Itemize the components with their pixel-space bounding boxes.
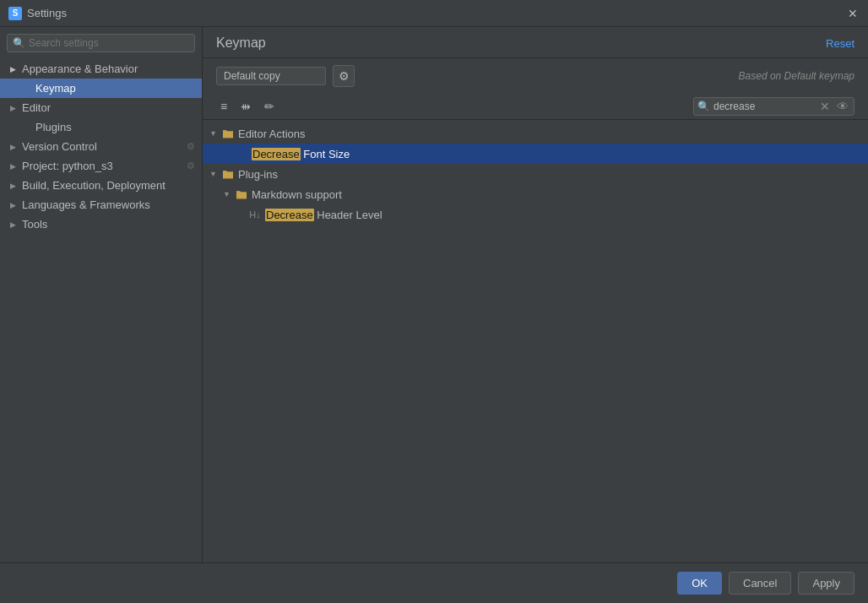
cancel-button[interactable]: Cancel bbox=[729, 572, 791, 595]
keymap-gear-button[interactable]: ⚙ bbox=[333, 65, 355, 87]
tree-group-markdown[interactable]: ▼ Markdown support bbox=[203, 184, 868, 204]
tree-item-label-decrease-font: Decrease Font Size bbox=[252, 148, 350, 160]
sidebar-item-label: Plugins bbox=[35, 121, 72, 133]
vc-icon: ⚙ bbox=[187, 141, 195, 152]
tree-arrow-editor-actions: ▼ bbox=[209, 129, 221, 138]
sidebar-item-appearance[interactable]: ▶ Appearance & Behavior bbox=[0, 59, 202, 79]
sidebar-item-label: Build, Execution, Deployment bbox=[22, 179, 165, 192]
close-button[interactable]: ✕ bbox=[846, 7, 860, 20]
tree-group-label-markdown: Markdown support bbox=[252, 188, 342, 201]
sidebar-item-languages[interactable]: ▶ Languages & Frameworks bbox=[0, 195, 202, 215]
sidebar-item-label: Tools bbox=[22, 218, 47, 231]
ok-button[interactable]: OK bbox=[677, 572, 722, 595]
expand-arrow-project: ▶ bbox=[10, 162, 19, 171]
project-icon: ⚙ bbox=[187, 160, 195, 171]
expand-arrow-vc: ▶ bbox=[10, 143, 19, 151]
tree-group-label-plugins: Plug-ins bbox=[238, 168, 278, 181]
title-bar: S Settings ✕ bbox=[0, 0, 868, 27]
sidebar: 🔍 ▶ Appearance & Behavior Keymap ▶ Edito… bbox=[0, 27, 203, 562]
search-field-icon: 🔍 bbox=[697, 100, 710, 112]
sidebar-item-version-control[interactable]: ▶ Version Control ⚙ bbox=[0, 137, 202, 156]
keymap-dropdown[interactable]: Default copy Default Eclipse Emacs Visua… bbox=[216, 67, 326, 85]
keymap-based-label: Based on Default keymap bbox=[739, 70, 854, 82]
action-toolbar: ≡ ⇻ ✏ 🔍 ✕ 👁 bbox=[203, 94, 868, 120]
sidebar-item-label: Editor bbox=[22, 101, 51, 114]
tree-group-plugins[interactable]: ▼ Plug-ins bbox=[203, 164, 868, 184]
apply-button[interactable]: Apply bbox=[798, 572, 854, 595]
tree-item-decrease-header-level[interactable]: H↓ Decrease Header Level bbox=[203, 204, 868, 225]
tree-arrow-markdown: ▼ bbox=[223, 190, 235, 198]
sidebar-item-project[interactable]: ▶ Project: python_s3 ⚙ bbox=[0, 156, 202, 176]
expand-arrow-editor: ▶ bbox=[10, 104, 19, 112]
action-icon-decrease-header: H↓ bbox=[248, 208, 262, 221]
search-glasses-button[interactable]: 👁 bbox=[835, 100, 850, 113]
tree-group-editor-actions[interactable]: ▼ Editor Actions bbox=[203, 123, 868, 144]
keymap-select-wrap: Default copy Default Eclipse Emacs Visua… bbox=[216, 67, 326, 85]
expand-arrow-tools: ▶ bbox=[10, 220, 19, 229]
sidebar-item-label: Languages & Frameworks bbox=[22, 198, 150, 211]
sidebar-search-icon: 🔍 bbox=[13, 37, 25, 49]
tree-group-label-editor-actions: Editor Actions bbox=[238, 128, 306, 140]
keymap-left: Default copy Default Eclipse Emacs Visua… bbox=[216, 65, 355, 87]
expand-arrow-build: ▶ bbox=[10, 182, 19, 190]
folder-icon-plugins bbox=[221, 167, 235, 181]
collapse-all-icon: ≡ bbox=[220, 100, 227, 113]
search-clear-button[interactable]: ✕ bbox=[818, 100, 832, 112]
content-header: Keymap Reset bbox=[203, 27, 868, 58]
reset-button[interactable]: Reset bbox=[826, 37, 854, 50]
action-toolbar-left: ≡ ⇻ ✏ bbox=[216, 97, 279, 116]
title-bar-left: S Settings bbox=[8, 7, 67, 20]
search-field-wrap: 🔍 ✕ 👁 bbox=[693, 97, 854, 116]
window-title: Settings bbox=[27, 7, 67, 19]
bottom-bar: OK Cancel Apply bbox=[0, 562, 868, 603]
sidebar-item-label: Project: python_s3 bbox=[22, 160, 113, 172]
tree-item-label-decrease-header: Decrease Header Level bbox=[265, 209, 382, 221]
content-title: Keymap bbox=[216, 35, 266, 51]
folder-icon-editor-actions bbox=[221, 127, 235, 140]
edit-button[interactable]: ✏ bbox=[260, 97, 279, 116]
sidebar-search-input[interactable] bbox=[29, 37, 189, 49]
tree-arrow-plugins: ▼ bbox=[209, 170, 221, 178]
expand-arrow-languages: ▶ bbox=[10, 201, 19, 209]
sidebar-item-plugins[interactable]: Plugins bbox=[0, 117, 202, 137]
tree-area: ▼ Editor Actions Decrease Font Size bbox=[203, 120, 868, 562]
content-area: Keymap Reset Default copy Default Eclips… bbox=[203, 27, 868, 562]
search-input[interactable] bbox=[713, 100, 815, 112]
action-icon-decrease-font bbox=[235, 147, 248, 160]
main-container: 🔍 ▶ Appearance & Behavior Keymap ▶ Edito… bbox=[0, 27, 868, 562]
sidebar-search-box[interactable]: 🔍 bbox=[7, 34, 195, 52]
tree-item-decrease-font-size[interactable]: Decrease Font Size bbox=[203, 144, 868, 164]
edit-icon: ✏ bbox=[264, 100, 274, 113]
expand-button[interactable]: ⇻ bbox=[236, 97, 255, 116]
expand-arrow-appearance: ▶ bbox=[10, 65, 19, 73]
collapse-all-button[interactable]: ≡ bbox=[216, 97, 231, 116]
highlight-decrease-font: Decrease bbox=[252, 148, 301, 160]
sidebar-item-build[interactable]: ▶ Build, Execution, Deployment bbox=[0, 176, 202, 195]
sidebar-item-label: Appearance & Behavior bbox=[22, 62, 138, 75]
folder-icon-markdown bbox=[235, 187, 248, 201]
sidebar-item-keymap[interactable]: Keymap bbox=[0, 79, 202, 98]
expand-icon: ⇻ bbox=[241, 100, 251, 113]
app-icon: S bbox=[8, 7, 22, 20]
highlight-decrease-header: Decrease bbox=[265, 209, 314, 221]
keymap-toolbar: Default copy Default Eclipse Emacs Visua… bbox=[203, 58, 868, 94]
sidebar-item-editor[interactable]: ▶ Editor bbox=[0, 98, 202, 117]
gear-icon: ⚙ bbox=[339, 69, 350, 83]
sidebar-item-tools[interactable]: ▶ Tools bbox=[0, 215, 202, 234]
sidebar-item-label: Keymap bbox=[35, 82, 76, 95]
sidebar-item-label: Version Control bbox=[22, 140, 97, 153]
